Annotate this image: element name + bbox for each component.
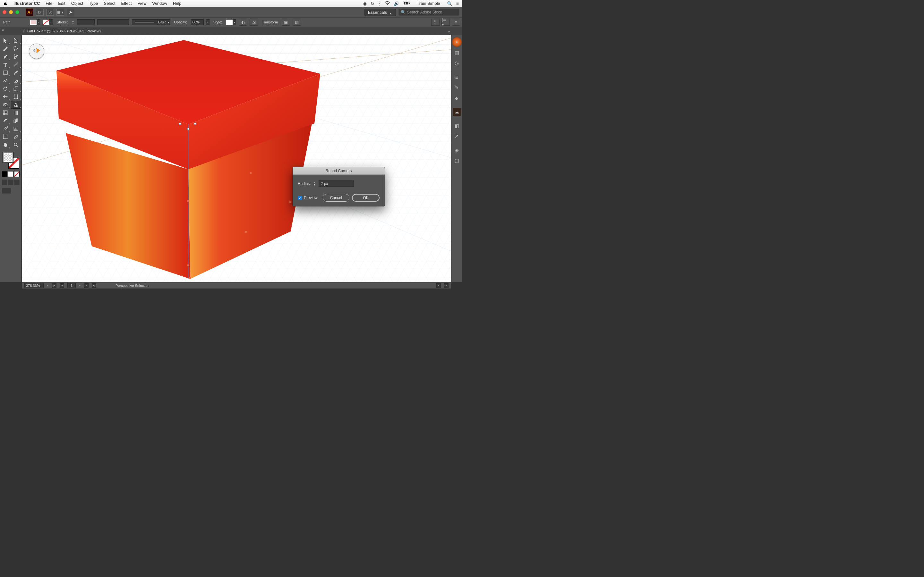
brushes-panel-icon[interactable]: ✎ xyxy=(453,83,461,92)
cancel-button[interactable]: Cancel xyxy=(323,194,350,201)
vsp-dropdown[interactable] xyxy=(97,19,129,25)
column-graph-tool[interactable] xyxy=(11,125,21,133)
draw-normal-icon[interactable] xyxy=(2,179,7,185)
artboard-field[interactable]: 1 xyxy=(67,283,76,288)
workspace-switcher[interactable]: Essentials⌄ xyxy=(365,9,396,16)
close-window-button[interactable] xyxy=(3,10,6,14)
zoom-field[interactable]: 376.36% xyxy=(24,283,44,288)
draw-behind-icon[interactable] xyxy=(8,179,13,185)
none-color-icon[interactable] xyxy=(14,171,19,177)
illustrator-home-icon[interactable]: Ai xyxy=(26,8,33,16)
grid-view-icon[interactable]: ⠿ xyxy=(431,19,439,26)
canvas[interactable]: Round Corners Radius: ▲▼ ✓ Preview Cance… xyxy=(22,35,451,282)
slice-tool[interactable] xyxy=(11,133,21,141)
recolor-artwork-icon[interactable]: ◐ xyxy=(239,19,247,26)
perspective-selection-tool[interactable] xyxy=(11,101,21,109)
menu-object[interactable]: Object xyxy=(68,0,86,7)
fill-dropdown[interactable]: ▾ xyxy=(37,19,40,25)
isolate-icon[interactable]: ▣ xyxy=(282,19,290,26)
zoom-tool[interactable] xyxy=(11,141,21,149)
fill-proxy[interactable] xyxy=(3,152,13,163)
blend-tool[interactable] xyxy=(11,117,21,125)
stroke-panel-icon[interactable]: ≡ xyxy=(453,73,461,81)
stroke-dropdown[interactable]: ▾ xyxy=(50,19,53,25)
free-transform-tool[interactable] xyxy=(11,93,21,101)
artboard-tool[interactable] xyxy=(0,133,10,141)
swatches-panel-icon[interactable]: ▤ xyxy=(453,49,461,57)
symbols-panel-icon[interactable]: ♣ xyxy=(453,93,461,102)
app-title[interactable]: Illustrator CC xyxy=(11,0,43,7)
radius-input[interactable] xyxy=(318,181,354,187)
draw-inside-icon[interactable] xyxy=(14,179,19,185)
align-panel-icon[interactable]: ⇲ xyxy=(250,19,258,26)
gpu-rocket-icon[interactable]: ➤ xyxy=(67,9,74,16)
preview-checkbox[interactable]: ✓ Preview xyxy=(298,195,318,200)
mac-user[interactable]: Train Simple xyxy=(414,0,443,7)
menu-view[interactable]: View xyxy=(135,0,150,7)
spotlight-icon[interactable]: 🔍 xyxy=(447,1,452,6)
solid-color-icon[interactable] xyxy=(2,171,7,177)
opacity-input[interactable] xyxy=(191,19,204,25)
width-tool[interactable] xyxy=(0,93,10,101)
ok-button[interactable]: OK xyxy=(352,194,380,201)
menu-type[interactable]: Type xyxy=(86,0,101,7)
cc-status-icon[interactable]: ◉ xyxy=(363,1,367,6)
brush-name-dropdown[interactable]: Basic ▾ xyxy=(158,19,170,25)
menu-select[interactable]: Select xyxy=(101,0,118,7)
bluetooth-icon[interactable]: ᛒ xyxy=(378,1,381,6)
stroke-swatch[interactable] xyxy=(43,19,50,25)
shape-builder-tool[interactable] xyxy=(0,101,10,109)
direct-selection-tool[interactable] xyxy=(11,37,21,45)
menu-file[interactable]: File xyxy=(43,0,55,7)
fill-swatch[interactable] xyxy=(30,19,37,25)
layers-panel-icon[interactable]: ◈ xyxy=(453,146,461,155)
panel-menu-icon[interactable]: ≡ xyxy=(452,19,460,26)
volume-icon[interactable]: 🔊 xyxy=(394,1,399,6)
last-artboard-button[interactable]: ▸| xyxy=(92,284,96,288)
style-swatch[interactable] xyxy=(226,19,233,25)
hand-tool[interactable] xyxy=(0,141,10,149)
color-panel-icon[interactable]: ● xyxy=(452,37,462,47)
color-guide-icon[interactable]: ◎ xyxy=(453,59,461,67)
document-tab[interactable]: × Gift Box.ai* @ 376.36% (RGB/GPU Previe… xyxy=(23,29,101,33)
export-panel-icon[interactable]: ↗ xyxy=(453,132,461,140)
bridge-icon[interactable]: Br xyxy=(36,9,44,16)
fill-stroke-proxy[interactable] xyxy=(3,152,19,169)
list-view-icon[interactable]: |≣ ▾ xyxy=(441,19,450,26)
expand-panels-left-icon[interactable]: « xyxy=(2,28,4,32)
gradient-color-icon[interactable] xyxy=(8,171,13,177)
rectangle-tool[interactable] xyxy=(0,69,10,77)
shaper-tool[interactable] xyxy=(0,77,10,85)
magic-wand-tool[interactable] xyxy=(0,45,10,53)
zoom-window-button[interactable] xyxy=(15,10,19,14)
transform-label[interactable]: Transform xyxy=(260,20,279,24)
opacity-dropdown[interactable]: › xyxy=(206,19,210,25)
selection-tool[interactable] xyxy=(0,37,10,45)
radius-stepper[interactable]: ▲▼ xyxy=(313,182,316,186)
eyedropper-tool[interactable] xyxy=(0,117,10,125)
menu-edit[interactable]: Edit xyxy=(55,0,68,7)
stock-icon[interactable]: St xyxy=(46,9,54,16)
libraries-panel-icon[interactable]: ☁ xyxy=(453,108,461,116)
screen-mode-icon[interactable] xyxy=(2,188,11,193)
gradient-tool[interactable] xyxy=(11,109,21,117)
symbol-sprayer-tool[interactable] xyxy=(0,125,10,133)
rotate-tool[interactable] xyxy=(0,85,10,93)
close-tab-icon[interactable]: × xyxy=(23,29,25,33)
pen-tool[interactable] xyxy=(0,53,10,61)
mesh-tool[interactable] xyxy=(0,109,10,117)
brush-definition[interactable] xyxy=(132,19,158,25)
line-tool[interactable] xyxy=(11,61,21,69)
scroll-left-button[interactable]: ◂ xyxy=(436,284,441,288)
curvature-tool[interactable] xyxy=(11,53,21,61)
menu-help[interactable]: Help xyxy=(170,0,184,7)
style-dropdown[interactable]: ▾ xyxy=(233,19,236,25)
wifi-icon[interactable] xyxy=(384,1,390,6)
perspective-plane-widget[interactable] xyxy=(29,44,44,59)
edit-clip-icon[interactable]: ▧ xyxy=(292,19,301,26)
scale-tool[interactable] xyxy=(11,85,21,93)
battery-icon[interactable] xyxy=(403,1,410,6)
time-machine-icon[interactable]: ↻ xyxy=(371,1,375,6)
menu-window[interactable]: Window xyxy=(150,0,170,7)
paintbrush-tool[interactable] xyxy=(11,69,21,77)
